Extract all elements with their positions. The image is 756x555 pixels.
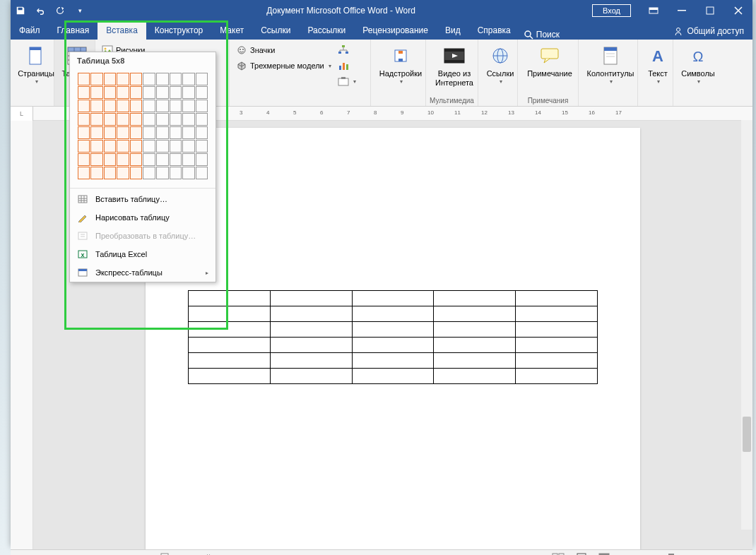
table-cell[interactable] [189, 306, 271, 322]
grid-cell[interactable] [143, 86, 155, 99]
table-cell[interactable] [516, 338, 598, 353]
grid-cell[interactable] [196, 113, 208, 126]
table-cell[interactable] [434, 291, 516, 306]
draw-table-item[interactable]: Нарисовать таблицу [70, 208, 215, 227]
grid-cell[interactable] [143, 113, 155, 126]
grid-cell[interactable] [196, 126, 208, 139]
qat-customize-icon[interactable]: ▾ [70, 0, 90, 21]
tab-view[interactable]: Вид [437, 21, 469, 40]
grid-cell[interactable] [182, 100, 195, 112]
tab-file[interactable]: Файл [11, 21, 49, 40]
table-cell[interactable] [270, 369, 352, 384]
grid-cell[interactable] [170, 167, 182, 179]
share-button[interactable]: Общий доступ [665, 23, 752, 40]
tab-design[interactable]: Конструктор [146, 21, 211, 40]
status-proofing-icon[interactable] [160, 552, 172, 556]
grid-cell[interactable] [117, 126, 129, 139]
grid-cell[interactable] [156, 140, 169, 153]
table-cell[interactable] [189, 338, 271, 353]
links-button[interactable]: Ссылки▾ [483, 42, 518, 88]
grid-cell[interactable] [104, 140, 117, 153]
tab-layout[interactable]: Макет [211, 21, 252, 40]
grid-cell[interactable] [182, 126, 195, 139]
table-cell[interactable] [516, 322, 598, 338]
grid-cell[interactable] [78, 140, 90, 153]
tab-insert[interactable]: Вставка [98, 21, 146, 40]
minimize-icon[interactable] [668, 0, 696, 21]
addins-button[interactable]: Надстройки▾ [375, 42, 426, 88]
redo-icon[interactable] [50, 0, 70, 21]
grid-cell[interactable] [170, 140, 182, 153]
table-cell[interactable] [189, 322, 271, 338]
table-cell[interactable] [434, 353, 516, 369]
tab-review[interactable]: Рецензирование [354, 21, 437, 40]
grid-cell[interactable] [170, 153, 182, 166]
grid-cell[interactable] [143, 100, 155, 112]
tab-references[interactable]: Ссылки [252, 21, 299, 40]
comment-button[interactable]: Примечание [522, 42, 577, 80]
grid-cell[interactable] [170, 113, 182, 126]
table-cell[interactable] [270, 338, 352, 353]
grid-cell[interactable] [78, 153, 90, 166]
grid-cell[interactable] [182, 167, 195, 179]
table-cell[interactable] [352, 369, 434, 384]
grid-cell[interactable] [90, 167, 103, 179]
grid-cell[interactable] [196, 153, 208, 166]
video-button[interactable]: Видео из Интернета [430, 42, 478, 90]
grid-cell[interactable] [117, 113, 129, 126]
maximize-icon[interactable] [696, 0, 724, 21]
table-cell[interactable] [270, 306, 352, 322]
grid-cell[interactable] [130, 100, 143, 112]
grid-cell[interactable] [156, 100, 169, 112]
scrollbar-thumb[interactable] [743, 417, 751, 452]
table-cell[interactable] [352, 353, 434, 369]
grid-cell[interactable] [117, 86, 129, 99]
grid-cell[interactable] [78, 113, 90, 126]
grid-cell[interactable] [143, 153, 155, 166]
grid-cell[interactable] [90, 86, 103, 99]
undo-icon[interactable] [30, 0, 50, 21]
tab-home[interactable]: Главная [49, 21, 98, 40]
document-table[interactable] [188, 290, 598, 384]
headers-button[interactable]: Колонтитулы▾ [583, 42, 638, 88]
table-cell[interactable] [352, 291, 434, 306]
grid-cell[interactable] [182, 73, 195, 85]
grid-cell[interactable] [104, 100, 117, 112]
save-icon[interactable] [11, 0, 30, 21]
grid-cell[interactable] [156, 153, 169, 166]
grid-cell[interactable] [130, 73, 143, 85]
grid-cell[interactable] [196, 140, 208, 153]
table-grid-picker[interactable] [70, 69, 215, 186]
grid-cell[interactable] [130, 113, 143, 126]
grid-cell[interactable] [90, 73, 103, 85]
grid-cell[interactable] [182, 153, 195, 166]
grid-cell[interactable] [170, 100, 182, 112]
grid-cell[interactable] [143, 140, 155, 153]
grid-cell[interactable] [104, 167, 117, 179]
grid-cell[interactable] [143, 167, 155, 179]
table-cell[interactable] [434, 369, 516, 384]
grid-cell[interactable] [170, 73, 182, 85]
text-button[interactable]: A Текст▾ [642, 42, 673, 88]
grid-cell[interactable] [117, 153, 129, 166]
tab-mailings[interactable]: Рассылки [299, 21, 354, 40]
login-button[interactable]: Вход [592, 4, 631, 17]
table-cell[interactable] [434, 306, 516, 322]
grid-cell[interactable] [143, 126, 155, 139]
grid-cell[interactable] [130, 86, 143, 99]
grid-cell[interactable] [196, 100, 208, 112]
grid-cell[interactable] [104, 153, 117, 166]
grid-cell[interactable] [196, 73, 208, 85]
table-cell[interactable] [189, 291, 271, 306]
grid-cell[interactable] [90, 100, 103, 112]
grid-cell[interactable] [130, 140, 143, 153]
grid-cell[interactable] [104, 113, 117, 126]
table-cell[interactable] [516, 306, 598, 322]
close-icon[interactable] [724, 0, 752, 21]
grid-cell[interactable] [170, 86, 182, 99]
grid-cell[interactable] [90, 140, 103, 153]
quick-tables-item[interactable]: Экспресс-таблицы▸ [70, 263, 215, 282]
table-cell[interactable] [270, 322, 352, 338]
grid-cell[interactable] [196, 86, 208, 99]
grid-cell[interactable] [117, 73, 129, 85]
